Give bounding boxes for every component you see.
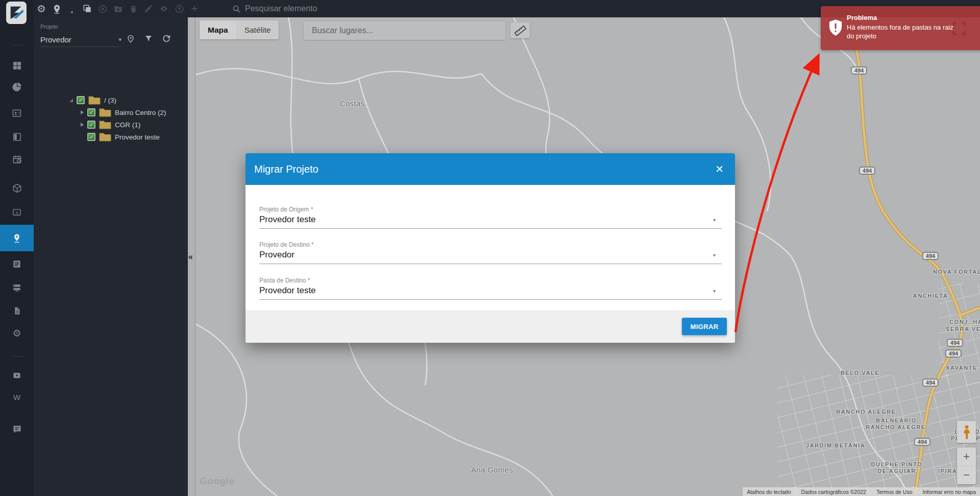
field-underline: [259, 299, 722, 300]
chevron-down-icon: ▾: [713, 217, 716, 223]
close-icon[interactable]: ✕: [715, 164, 724, 174]
migrate-project-modal: Migrar Projeto ✕ Projeto de Origem * Pro…: [246, 153, 735, 343]
chevron-down-icon: ▾: [713, 252, 716, 258]
toast-title: Problema: [847, 14, 877, 21]
field-value: Provedor teste: [259, 215, 316, 225]
shield-alert-icon: [828, 19, 843, 36]
chevron-down-icon: ▾: [713, 288, 716, 294]
field-value: Provedor teste: [259, 286, 316, 296]
field-pasta-destino[interactable]: Pasta de Destino * Provedor teste ▾: [259, 277, 722, 284]
modal-title: Migrar Projeto: [254, 163, 318, 175]
field-label: Projeto de Origem *: [259, 206, 722, 213]
field-underline: [259, 228, 722, 229]
expand-icon[interactable]: [951, 21, 967, 36]
modal-header: Migrar Projeto ✕: [246, 153, 735, 185]
problem-toast[interactable]: Problema Há elementos fora de pastas na …: [821, 6, 980, 50]
modal-footer: MIGRAR: [246, 310, 735, 343]
field-underline: [259, 264, 722, 264]
migrate-button[interactable]: MIGRAR: [682, 318, 727, 335]
toast-message: Há elementos fora de pastas na raiz do p…: [847, 23, 955, 40]
field-label: Pasta de Destino *: [259, 277, 722, 284]
field-value: Provedor: [259, 250, 295, 260]
field-label: Projeto de Destino *: [259, 241, 722, 248]
field-projeto-destino[interactable]: Projeto de Destino * Provedor ▾: [259, 241, 722, 248]
field-projeto-origem[interactable]: Projeto de Origem * Provedor teste ▾: [259, 206, 722, 213]
